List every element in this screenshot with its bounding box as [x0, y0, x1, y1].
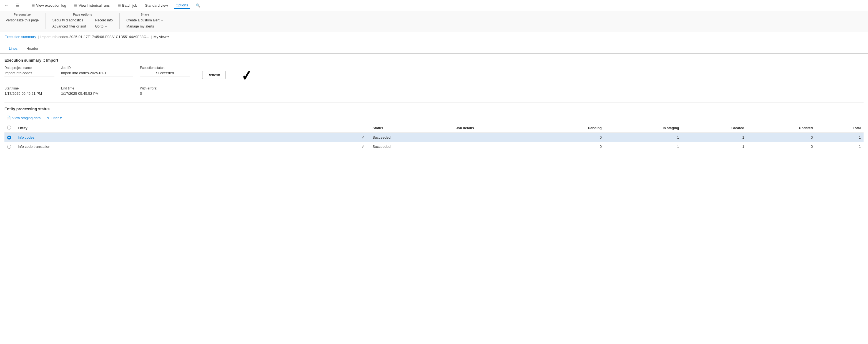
success-checkmark: ✓ — [242, 69, 251, 83]
col-header-job-details[interactable]: Job details — [453, 123, 537, 133]
table-header-row: Entity Status Job details Pending In sta… — [4, 123, 864, 133]
ribbon-group-title-personalize: Personalize — [4, 13, 40, 16]
ribbon-group-title-share: Share — [125, 13, 164, 16]
col-header-radio — [4, 123, 15, 133]
cell-check-info-codes: ✓ — [359, 133, 370, 142]
row-radio-cell[interactable] — [4, 133, 15, 142]
field-end-time: End time 1/17/2025 05:45:52 PM — [61, 86, 133, 97]
ribbon-group-personalize: Personalize Personalize this page — [4, 13, 46, 29]
filter-icon: ▿ — [47, 116, 49, 120]
ribbon-btn-manage-alerts[interactable]: Manage my alerts — [125, 24, 164, 29]
nav-search[interactable]: 🔍 — [194, 2, 202, 9]
tab-lines[interactable]: Lines — [4, 44, 22, 53]
view-dropdown[interactable]: My view ▾ — [154, 35, 169, 39]
cell-entity-info-code-translation[interactable]: Info code translation — [15, 142, 359, 151]
field-start-time: Start time 1/17/2025 05:45:21 PM — [4, 86, 55, 97]
view-dropdown-chevron: ▾ — [167, 35, 169, 38]
main-content: Execution summary :: Import Data project… — [0, 54, 868, 155]
cell-status-info-code-translation: Succeeded — [370, 142, 453, 151]
ribbon-btn-advanced-filter[interactable]: Advanced filter or sort — [51, 24, 88, 29]
label-with-errors: With errors: — [140, 86, 190, 90]
staging-icon: 📄 — [6, 116, 11, 120]
value-data-project-name: Import info codes — [4, 71, 55, 77]
value-job-id: Import info codes-2025-01-1... — [61, 71, 133, 77]
tabs: Lines Header — [0, 44, 868, 54]
menu-icon[interactable]: ☰ — [14, 2, 21, 9]
toolbar-btn-filter[interactable]: ▿ Filter ▾ — [45, 114, 64, 121]
ribbon: Personalize Personalize this page Page o… — [0, 11, 868, 32]
top-nav: ← ☰ ☰ View execution log ☰ View historic… — [0, 0, 868, 11]
ribbon-btn-go-to[interactable]: Go to ▼ — [94, 24, 114, 29]
entity-processing-title: Entity processing status — [4, 107, 864, 111]
col-header-entity[interactable]: Entity — [15, 123, 359, 133]
cell-updated-info-codes: 0 — [747, 133, 815, 142]
col-header-in-staging[interactable]: In staging — [604, 123, 682, 133]
cell-total-info-codes: 1 — [815, 133, 864, 142]
breadcrumb: Execution summary | Import info codes-20… — [0, 32, 868, 42]
value-end-time: 1/17/2025 05:45:52 PM — [61, 91, 133, 97]
list-icon: ☰ — [31, 3, 35, 8]
ribbon-items-share: Create a custom alert ▼ Manage my alerts — [125, 18, 164, 29]
nav-options[interactable]: Options — [174, 2, 190, 9]
value-start-time: 1/17/2025 05:45:21 PM — [4, 91, 55, 97]
back-button[interactable]: ← — [3, 2, 10, 9]
nav-standard-view[interactable]: Standard view — [143, 2, 169, 9]
ribbon-btn-security-diagnostics[interactable]: Security diagnostics — [51, 18, 88, 23]
table-row[interactable]: Info code translation ✓ Succeeded 0 1 1 … — [4, 142, 864, 151]
go-to-chevron: ▼ — [105, 25, 107, 28]
field-execution-status: Execution status Succeeded — [140, 66, 190, 77]
cell-created-info-codes: 1 — [682, 133, 747, 142]
cell-entity-info-codes[interactable]: Info codes — [15, 133, 359, 142]
refresh-button[interactable]: Refresh — [202, 71, 225, 79]
filter-chevron: ▾ — [60, 116, 62, 120]
ribbon-btn-personalize-page[interactable]: Personalize this page — [4, 18, 40, 23]
col-header-created[interactable]: Created — [682, 123, 747, 133]
breadcrumb-link[interactable]: Execution summary — [4, 35, 36, 39]
col-header-total[interactable]: Total — [815, 123, 864, 133]
toolbar-btn-view-staging[interactable]: 📄 View staging data — [4, 114, 42, 121]
breadcrumb-current: Import info codes-2025-01-17T17:45:06-F0… — [40, 35, 149, 39]
nav-view-execution-log[interactable]: ☰ View execution log — [30, 2, 68, 9]
execution-summary-section: Execution summary :: Import Data project… — [4, 58, 864, 97]
execution-summary-title: Execution summary :: Import — [4, 58, 864, 62]
cell-pending-info-codes: 0 — [536, 133, 604, 142]
col-header-status[interactable]: Status — [370, 123, 453, 133]
entity-processing-section: Entity processing status 📄 View staging … — [4, 103, 864, 151]
label-execution-status: Execution status — [140, 66, 190, 70]
cell-updated-info-code-translation: 0 — [747, 142, 815, 151]
breadcrumb-separator: | — [38, 35, 39, 39]
ribbon-group-page-options: Page options Security diagnostics Advanc… — [51, 13, 120, 29]
col-header-pending[interactable]: Pending — [536, 123, 604, 133]
cell-job-details-info-code-translation — [453, 142, 537, 151]
col-header-updated[interactable]: Updated — [747, 123, 815, 133]
ribbon-group-title-page-options: Page options — [51, 13, 114, 16]
ribbon-items-personalize: Personalize this page — [4, 18, 40, 23]
row-radio-info-codes[interactable] — [7, 136, 11, 140]
nav-view-historical-runs[interactable]: ☰ View historical runs — [72, 2, 111, 9]
row-radio-cell-2[interactable] — [4, 142, 15, 151]
ribbon-btn-create-alert[interactable]: Create a custom alert ▼ — [125, 18, 164, 23]
ribbon-btn-record-info[interactable]: Record info — [94, 18, 114, 23]
nav-batch-job[interactable]: ☰ Batch job — [116, 2, 139, 9]
field-with-errors: With errors: 0 — [140, 86, 190, 97]
col-header-check — [359, 123, 370, 133]
ribbon-group-share: Share Create a custom alert ▼ Manage my … — [125, 13, 170, 29]
value-execution-status: Succeeded — [140, 71, 190, 77]
tab-header[interactable]: Header — [22, 44, 43, 53]
field-job-id: Job ID Import info codes-2025-01-1... — [61, 66, 133, 77]
list-icon-3: ☰ — [118, 3, 121, 8]
entity-link-info-codes[interactable]: Info codes — [18, 135, 34, 140]
alert-chevron: ▼ — [161, 19, 163, 22]
table-row[interactable]: Info codes ✓ Succeeded 0 1 1 0 1 — [4, 133, 864, 142]
ribbon-items-page-options: Security diagnostics Advanced filter or … — [51, 18, 114, 29]
cell-total-info-code-translation: 1 — [815, 142, 864, 151]
field-data-project-name: Data project name Import info codes — [4, 66, 55, 77]
form-row-1: Data project name Import info codes Job … — [4, 66, 864, 83]
table-toolbar: 📄 View staging data ▿ Filter ▾ — [4, 114, 864, 121]
cell-in-staging-info-codes: 1 — [604, 133, 682, 142]
value-with-errors: 0 — [140, 91, 190, 97]
search-icon: 🔍 — [196, 3, 200, 7]
form-row-2: Start time 1/17/2025 05:45:21 PM End tim… — [4, 86, 864, 97]
row-radio-info-code-translation[interactable] — [7, 145, 11, 149]
list-icon-2: ☰ — [74, 3, 78, 8]
